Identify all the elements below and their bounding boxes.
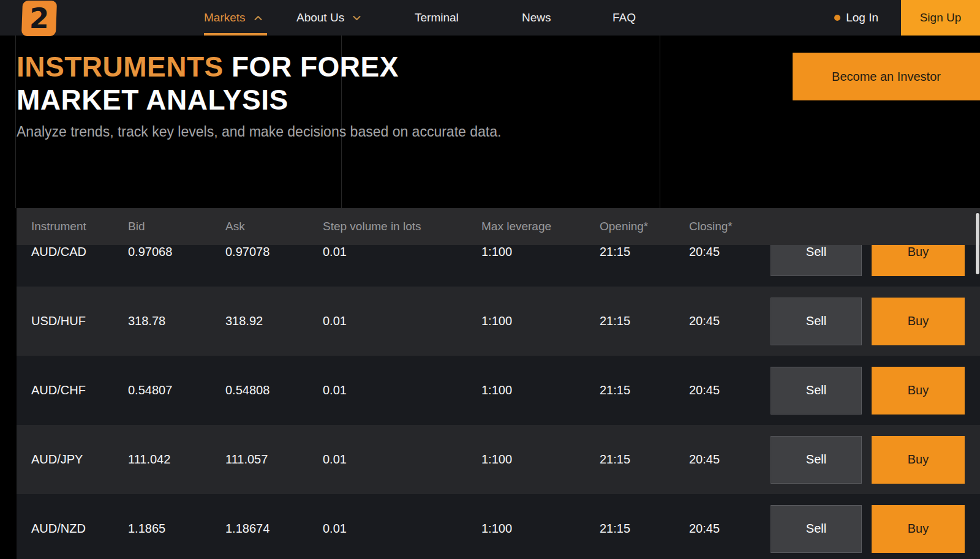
nav-item-label: About Us <box>296 11 344 24</box>
cell-instrument: USD/HUF <box>31 314 128 328</box>
nav-item-news[interactable]: News <box>522 0 551 36</box>
buy-button[interactable]: Buy <box>872 367 965 415</box>
cell-opening: 21:15 <box>600 522 689 536</box>
page-title-accent: INSTRUMENTS <box>17 51 224 83</box>
column-header: Max leverage <box>481 220 600 233</box>
cell-closing: 20:45 <box>689 314 771 328</box>
column-header: Ask <box>225 220 323 233</box>
cell-opening: 21:15 <box>600 383 689 397</box>
row-actions: Sell Buy <box>771 245 965 276</box>
buy-button[interactable]: Buy <box>872 436 965 484</box>
cell-instrument: AUD/NZD <box>31 522 128 536</box>
sell-button[interactable]: Sell <box>771 505 862 553</box>
cell-step-volume: 0.01 <box>323 452 481 467</box>
login-button[interactable]: Log In <box>834 11 878 24</box>
grid-divider <box>660 36 660 208</box>
table-row: AUD/JPY 111.042 111.057 0.01 1:100 21:15… <box>17 425 980 494</box>
cell-step-volume: 0.01 <box>323 522 481 536</box>
cell-instrument: AUD/CAD <box>31 245 128 259</box>
cell-opening: 21:15 <box>600 245 689 259</box>
cell-step-volume: 0.01 <box>323 245 481 259</box>
cell-max-leverage: 1:100 <box>481 245 600 259</box>
table-row: AUD/NZD 1.1865 1.18674 0.01 1:100 21:15 … <box>17 494 980 559</box>
table-row: AUD/CHF 0.54807 0.54808 0.01 1:100 21:15… <box>17 356 980 425</box>
row-actions: Sell Buy <box>771 505 965 553</box>
grid-divider <box>15 36 16 208</box>
chevron-icon <box>254 15 262 21</box>
cell-max-leverage: 1:100 <box>481 383 600 397</box>
status-dot-icon <box>834 15 840 21</box>
chevron-icon <box>353 15 361 21</box>
column-header: Closing* <box>689 220 771 233</box>
cell-bid: 0.97068 <box>128 245 225 259</box>
row-actions: Sell Buy <box>771 367 965 415</box>
cell-ask: 111.057 <box>225 452 323 467</box>
sell-button[interactable]: Sell <box>771 245 862 276</box>
nav-item-label: News <box>522 11 551 24</box>
become-investor-button[interactable]: Become an Investor <box>793 53 980 100</box>
table-row: USD/HUF 318.78 318.92 0.01 1:100 21:15 2… <box>17 287 980 356</box>
nav-right: Log In Sign Up <box>834 0 980 36</box>
cell-max-leverage: 1:100 <box>481 522 600 536</box>
cell-ask: 318.92 <box>225 314 323 328</box>
column-header: Opening* <box>600 220 689 233</box>
cell-closing: 20:45 <box>689 522 771 536</box>
buy-button[interactable]: Buy <box>872 245 965 276</box>
cell-opening: 21:15 <box>600 452 689 467</box>
cell-ask: 1.18674 <box>225 522 323 536</box>
column-header: Step volume in lots <box>323 220 481 233</box>
nav-item-label: Terminal <box>415 11 459 24</box>
cell-bid: 318.78 <box>128 314 225 328</box>
cell-closing: 20:45 <box>689 383 771 397</box>
sell-button[interactable]: Sell <box>771 298 862 345</box>
nav-menu: Markets About Us Terminal News FAQ <box>0 0 980 36</box>
cell-instrument: AUD/CHF <box>31 383 128 397</box>
cell-step-volume: 0.01 <box>323 383 481 397</box>
column-header: Instrument <box>31 220 128 233</box>
row-actions: Sell Buy <box>771 298 965 345</box>
buy-button[interactable]: Buy <box>872 298 965 345</box>
row-actions: Sell Buy <box>771 436 965 484</box>
table-row: AUD/CAD 0.97068 0.97078 0.01 1:100 21:15… <box>17 245 980 287</box>
cell-opening: 21:15 <box>600 314 689 328</box>
cell-step-volume: 0.01 <box>323 314 481 328</box>
table-header-row: InstrumentBidAskStep volume in lotsMax l… <box>17 208 980 245</box>
vertical-scrollbar-thumb[interactable] <box>976 213 979 274</box>
page-title: INSTRUMENTS FOR FOREX MARKET ANALYSIS <box>17 50 433 116</box>
cell-max-leverage: 1:100 <box>481 314 600 328</box>
nav-item-markets[interactable]: Markets <box>204 0 262 36</box>
nav-item-about-us[interactable]: About Us <box>296 0 361 36</box>
cell-instrument: AUD/JPY <box>31 452 128 467</box>
nav-item-label: FAQ <box>612 11 636 24</box>
cell-ask: 0.54808 <box>225 383 323 397</box>
column-header: Bid <box>128 220 225 233</box>
page-subtitle: Analyze trends, track key levels, and ma… <box>17 121 531 143</box>
cell-bid: 1.1865 <box>128 522 225 536</box>
cell-closing: 20:45 <box>689 245 771 259</box>
nav-item-label: Markets <box>204 11 246 24</box>
cell-closing: 20:45 <box>689 452 771 467</box>
cell-bid: 111.042 <box>128 452 225 467</box>
top-nav: 2 Markets About Us Terminal News FAQ Log… <box>0 0 980 36</box>
login-label: Log In <box>846 11 878 24</box>
cell-bid: 0.54807 <box>128 383 225 397</box>
cell-max-leverage: 1:100 <box>481 452 600 467</box>
sell-button[interactable]: Sell <box>771 436 862 484</box>
nav-item-faq[interactable]: FAQ <box>612 0 636 36</box>
cell-ask: 0.97078 <box>225 245 323 259</box>
buy-button[interactable]: Buy <box>872 505 965 553</box>
nav-item-terminal[interactable]: Terminal <box>415 0 459 36</box>
hero-section: INSTRUMENTS FOR FOREX MARKET ANALYSIS An… <box>0 36 980 208</box>
instruments-table: InstrumentBidAskStep volume in lotsMax l… <box>17 208 980 559</box>
signup-button[interactable]: Sign Up <box>901 0 980 36</box>
sell-button[interactable]: Sell <box>771 367 862 415</box>
table-body: AUD/CAD 0.97068 0.97078 0.01 1:100 21:15… <box>17 245 980 559</box>
